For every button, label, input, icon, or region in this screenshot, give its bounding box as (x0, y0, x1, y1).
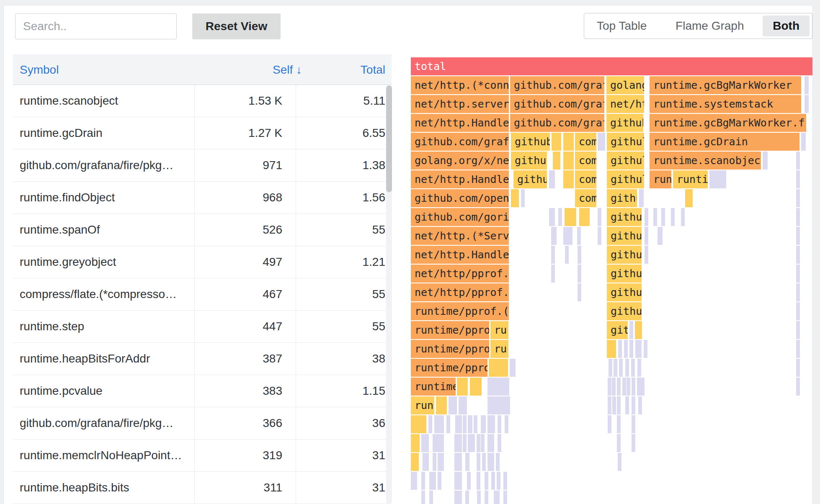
flame-bar-frame[interactable]: git (607, 321, 628, 339)
flame-bar-sliver[interactable] (463, 434, 467, 452)
toggle-option-flame-graph[interactable]: Flame Graph (665, 15, 754, 36)
table-row[interactable]: runtime.memclrNoHeapPoint…31931 (13, 440, 392, 472)
table-row[interactable]: runtime.pcvalue3831.15 (13, 375, 392, 407)
flame-bar-frame[interactable]: golang (606, 76, 644, 94)
flame-bar-sliver[interactable] (614, 359, 617, 377)
flame-bar-sliver[interactable] (433, 453, 436, 471)
flame-bar-sliver[interactable] (454, 491, 462, 504)
flame-bar-sliver[interactable] (481, 415, 486, 433)
flame-bar-frame[interactable]: github.com/gori (411, 208, 509, 226)
column-header-symbol[interactable]: Symbol (20, 54, 59, 85)
flame-bar-sliver[interactable] (446, 415, 450, 433)
flame-bar-frame[interactable]: net/http/pprof. (411, 283, 509, 301)
flame-bar-sliver[interactable] (653, 208, 657, 226)
flame-bar-sliver[interactable] (578, 246, 581, 264)
flame-bar-sliver[interactable] (489, 359, 508, 377)
flame-bar-frame[interactable]: runtime/ppro (411, 321, 489, 339)
flame-bar-total[interactable]: total (411, 57, 812, 75)
flame-bar-sliver[interactable] (459, 396, 467, 414)
flame-bar-sliver[interactable] (563, 227, 572, 245)
flame-bar-sliver[interactable] (468, 415, 472, 433)
flame-bar-sliver[interactable] (553, 152, 560, 170)
flame-bar-sliver[interactable] (796, 227, 800, 245)
flame-bar-sliver[interactable] (454, 472, 462, 490)
flame-bar-sliver[interactable] (549, 208, 555, 226)
flame-bar-sliver[interactable] (481, 434, 485, 452)
flame-bar-sliver[interactable] (425, 434, 429, 452)
column-header-total[interactable]: Total (361, 54, 385, 85)
flame-bar-sliver[interactable] (661, 208, 665, 226)
flame-bar-sliver[interactable] (632, 396, 635, 414)
flame-bar-frame[interactable]: ru (490, 321, 508, 339)
flame-bar-sliver[interactable] (607, 340, 616, 358)
flame-bar-frame[interactable]: com (575, 170, 596, 188)
flame-bar-sliver[interactable] (618, 453, 621, 471)
flame-bar-sliver[interactable] (619, 359, 623, 377)
table-row[interactable]: runtime.step44755 (13, 311, 392, 343)
flame-bar-sliver[interactable] (637, 378, 641, 396)
flame-bar-frame[interactable]: github.com/graf (510, 76, 604, 94)
flame-bar-sliver[interactable] (796, 340, 800, 358)
flame-bar-sliver[interactable] (645, 208, 648, 226)
flame-bar-sliver[interactable] (796, 265, 800, 283)
flame-bar-sliver[interactable] (637, 359, 641, 377)
flame-bar-frame[interactable]: github.com/open (411, 189, 509, 207)
flame-bar-sliver[interactable] (549, 170, 555, 188)
flame-bar-sliver[interactable] (411, 472, 417, 490)
flame-bar-sliver[interactable] (429, 491, 433, 504)
flame-bar-sliver[interactable] (577, 227, 581, 245)
flame-bar-sliver[interactable] (622, 378, 626, 396)
flame-bar-sliver[interactable] (465, 491, 469, 504)
flame-bar-frame[interactable]: net/http.serverH (411, 95, 509, 113)
flame-bar-sliver[interactable] (639, 189, 644, 207)
flame-bar-frame[interactable]: com (575, 152, 596, 170)
flame-bar-sliver[interactable] (644, 340, 647, 358)
flame-bar-sliver[interactable] (487, 396, 510, 414)
flame-bar-sliver[interactable] (438, 472, 441, 490)
flame-bar-sliver[interactable] (467, 472, 471, 490)
flame-bar-sliver[interactable] (563, 133, 574, 151)
flame-bar-frame[interactable]: githu (607, 208, 642, 226)
flame-bar-sliver[interactable] (617, 396, 621, 414)
table-row[interactable]: runtime.scanobject1.53 K5.11 (13, 85, 392, 117)
flame-bar-sliver[interactable] (618, 340, 622, 358)
flame-bar-sliver[interactable] (477, 453, 480, 471)
flame-bar-sliver[interactable] (563, 152, 574, 170)
flame-bar-sliver[interactable] (436, 396, 447, 414)
flame-bar-frame[interactable]: net/ht (606, 95, 644, 113)
flame-bar-sliver[interactable] (494, 491, 500, 504)
flame-bar-frame[interactable]: golang.org/x/ne (411, 152, 509, 170)
flame-bar-sliver[interactable] (411, 453, 419, 471)
table-row[interactable]: compress/flate.(*compresso…46755 (13, 278, 392, 311)
flame-bar-frame[interactable]: githu (607, 189, 637, 207)
flame-bar-sliver[interactable] (470, 378, 482, 396)
flame-bar-frame[interactable]: ru (490, 340, 508, 358)
flame-bar-sliver[interactable] (796, 189, 800, 207)
flame-bar-sliver[interactable] (796, 208, 800, 226)
flame-bar-sliver[interactable] (434, 415, 444, 433)
flame-bar-frame[interactable]: githu (513, 170, 547, 188)
flame-bar-sliver[interactable] (487, 378, 509, 396)
flame-bar-sliver[interactable] (438, 453, 444, 471)
flame-bar-sliver[interactable] (411, 434, 420, 452)
flame-bar-sliver[interactable] (421, 491, 425, 504)
flame-bar-frame[interactable]: net/http.(*Serv (411, 227, 509, 245)
flame-bar-frame[interactable]: net/http.Handle (411, 246, 509, 264)
flame-bar-sliver[interactable] (635, 340, 642, 358)
search-input[interactable] (15, 13, 177, 39)
flame-bar-sliver[interactable] (796, 170, 800, 188)
flame-bar-sliver[interactable] (455, 415, 462, 433)
flame-bar-sliver[interactable] (497, 472, 500, 490)
flame-bar-sliver[interactable] (617, 378, 621, 396)
toggle-option-top-table[interactable]: Top Table (587, 15, 657, 36)
flame-bar-frame[interactable]: githu (607, 283, 642, 301)
flame-bar-sliver[interactable] (658, 227, 663, 245)
flame-bar-sliver[interactable] (551, 265, 555, 283)
flame-bar-sliver[interactable] (796, 378, 800, 396)
flame-bar-sliver[interactable] (503, 491, 507, 504)
flame-bar-frame[interactable]: runtime (411, 378, 456, 396)
flame-bar-sliver[interactable] (632, 434, 635, 452)
flame-bar-sliver[interactable] (608, 396, 611, 414)
flame-bar-sliver[interactable] (598, 208, 601, 226)
flame-bar-sliver[interactable] (617, 415, 621, 433)
